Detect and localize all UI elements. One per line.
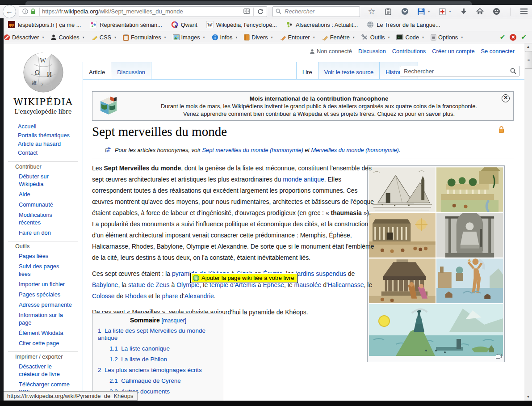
- sidebar-item-hasard[interactable]: Article au hasard: [18, 140, 83, 148]
- sidebar-item-accueil[interactable]: Accueil: [18, 122, 83, 131]
- feedback-smiley-icon[interactable]: [491, 6, 502, 17]
- personal-login-link[interactable]: Se connecter: [481, 48, 515, 55]
- wonders-figure[interactable]: [367, 165, 505, 362]
- protection-lock-icon[interactable]: [498, 126, 504, 135]
- book-creator-tooltip-inner[interactable]: + Ajouter la page wiki liée à votre livr…: [192, 274, 297, 282]
- sidebar-item-debuter[interactable]: Débuter sur Wikipédia: [19, 173, 72, 188]
- save-dropdown-caret[interactable]: ▾: [427, 9, 431, 13]
- page-scrollbar[interactable]: ▲ ≡ ▼: [524, 43, 532, 401]
- wonder-pyramide-image[interactable]: [369, 167, 436, 212]
- devbar-cookies[interactable]: Cookies▾: [50, 34, 85, 41]
- tab-article[interactable]: Article: [83, 62, 111, 79]
- sidebar-item-pages-liees[interactable]: Pages liées: [19, 252, 72, 260]
- devbar-misc[interactable]: Divers▾: [244, 34, 274, 41]
- scroll-thumb[interactable]: ≡: [525, 51, 532, 69]
- personal-contributions-link[interactable]: Contributions: [392, 48, 426, 55]
- toc-item-1[interactable]: 1 La liste des sept Merveilles du monde …: [98, 327, 218, 342]
- wonder-phare-image[interactable]: [369, 304, 503, 356]
- home-icon[interactable]: [475, 6, 486, 17]
- link-phare[interactable]: phare: [162, 292, 178, 300]
- reader-mode-icon[interactable]: [242, 6, 251, 17]
- toc-item-2-1[interactable]: 2.1 Callimaque de Cyrène: [109, 377, 218, 385]
- link-monde-antique[interactable]: monde antique: [283, 176, 324, 183]
- sidebar-item-modifications[interactable]: Modifications récentes: [19, 211, 72, 226]
- devbar-images[interactable]: Images▾: [173, 34, 206, 41]
- tab-discussion[interactable]: Discussion: [111, 62, 151, 79]
- sidebar-item-createur-livre[interactable]: Désactiver le créateur de livre: [19, 363, 72, 378]
- scroll-up-arrow[interactable]: ▲: [524, 43, 532, 51]
- toc-item-1-2[interactable]: 1.2 La liste de Philon: [109, 356, 218, 363]
- wonder-temple-image[interactable]: [369, 213, 436, 258]
- bookmarks-menu-icon[interactable]: [383, 6, 394, 17]
- devbar-tools[interactable]: Outils▾: [361, 34, 391, 41]
- browser-search-input[interactable]: [284, 8, 357, 15]
- reload-icon[interactable]: [256, 6, 265, 17]
- wiki-search-input[interactable]: [403, 68, 510, 75]
- browser-tab-strip[interactable]: [25, 1, 472, 5]
- link-halicarnasse[interactable]: Halicarnasse: [328, 281, 364, 288]
- banner-close-icon[interactable]: ✕: [502, 94, 510, 102]
- sidebar-item-aide[interactable]: Aide: [19, 190, 72, 198]
- sidebar-item-portails[interactable]: Portails thématiques: [18, 131, 83, 140]
- url-bar[interactable]: https://fr.wikipedia.org/wiki/Sept_merve…: [19, 6, 267, 17]
- devbar-window[interactable]: Fenêtre▾: [322, 34, 356, 41]
- enlarge-icon[interactable]: [496, 352, 502, 360]
- link-jardins-suspendus[interactable]: jardins suspendus: [296, 270, 346, 277]
- sidebar-item-permanente[interactable]: Adresse permanente: [19, 301, 72, 309]
- sitenotice-banner[interactable]: Mois international de la contribution fr…: [92, 91, 514, 121]
- wiki-search-box[interactable]: [400, 66, 519, 76]
- devbar-outline[interactable]: Entourer▾: [280, 34, 316, 41]
- link-mausolee[interactable]: mausolée: [294, 281, 322, 288]
- scroll-down-arrow[interactable]: ▼: [524, 393, 532, 401]
- menu-hamburger-icon[interactable]: [519, 6, 529, 17]
- toc-item-1-1[interactable]: 1.1 La liste canonique: [109, 345, 218, 352]
- hatnote-link-2[interactable]: Merveilles du monde (homonymie): [311, 147, 399, 153]
- personal-discussion-link[interactable]: Discussion: [358, 48, 386, 55]
- wonder-zeus-image[interactable]: [436, 213, 503, 258]
- save-floppy-icon[interactable]: [416, 6, 427, 17]
- link-babylone[interactable]: Babylone: [92, 281, 118, 288]
- devbar-options[interactable]: Options▾: [431, 34, 464, 41]
- sidebar-item-wikidata[interactable]: Élément Wikidata: [19, 329, 72, 337]
- bookmark-representation[interactable]: Représentation séman...: [90, 21, 162, 28]
- bookmark-star-icon[interactable]: ☆: [366, 6, 377, 17]
- sidebar-item-speciales[interactable]: Pages spéciales: [19, 291, 72, 298]
- bookmark-alsacreations[interactable]: Alsacréations : Actualit...: [286, 21, 358, 28]
- bookmark-tresor-langue[interactable]: Le Trésor de la Langue...: [367, 21, 440, 28]
- check-icon-2[interactable]: ✔: [521, 33, 527, 41]
- sitenotice-line2[interactable]: Venez apprendre comment bien contribuer …: [125, 110, 513, 118]
- devbar-infos[interactable]: Infos▾: [212, 34, 239, 41]
- devbar-code[interactable]: >_ Code▾: [396, 34, 425, 41]
- tab-voir-source[interactable]: Voir le texte source: [318, 62, 380, 79]
- bookmark-qwant[interactable]: Qwant: [171, 21, 197, 28]
- sidebar-item-citer[interactable]: Citer cette page: [19, 339, 72, 347]
- toc-item-2[interactable]: 2 Les plus anciens témoignages écrits: [98, 367, 218, 374]
- sidebar-item-information[interactable]: Information sur la page: [19, 311, 72, 326]
- bookmark-lespetitspois[interactable]: lpp lespetitspois.fr | ça me ...: [8, 21, 81, 28]
- downloads-icon[interactable]: [458, 6, 469, 17]
- hatnote-link-1[interactable]: Sept merveilles du monde (homonymie): [202, 147, 303, 153]
- page-info-icon[interactable]: [21, 6, 29, 17]
- sidebar-item-suivi[interactable]: Suivi des pages liées: [19, 262, 72, 278]
- abduction-button-group[interactable]: ▾: [437, 6, 452, 17]
- link-rhodes[interactable]: Rhodes: [125, 292, 147, 300]
- link-colosse[interactable]: Colosse: [92, 292, 115, 300]
- back-button[interactable]: ←: [3, 5, 16, 18]
- tab-lire[interactable]: Lire: [296, 62, 318, 79]
- save-button-group[interactable]: ▾: [416, 6, 431, 17]
- wonder-jardins-image[interactable]: [436, 167, 503, 212]
- wikipedia-logo[interactable]: W Ω И 7 維 WIKIPÉDIA L'encyclopédie libre: [4, 50, 83, 115]
- wonder-mausolee-image[interactable]: [369, 258, 436, 303]
- sidebar-item-contact[interactable]: Contact: [18, 148, 83, 157]
- error-cross-icon[interactable]: ✕: [510, 34, 516, 41]
- link-statue-zeus[interactable]: statue de Zeus: [128, 281, 170, 288]
- wonder-colosse-image[interactable]: [436, 258, 503, 303]
- sidebar-item-don[interactable]: Faire un don: [19, 229, 72, 237]
- personal-create-account-link[interactable]: Créer un compte: [432, 48, 474, 55]
- link-alexandrie[interactable]: Alexandrie: [184, 292, 214, 300]
- sidebar-item-communaute[interactable]: Communauté: [19, 201, 72, 208]
- devbar-disable[interactable]: Désactiver▾: [4, 34, 45, 41]
- url-text[interactable]: https://fr.wikipedia.org/wiki/Sept_merve…: [42, 8, 242, 15]
- check-icon-1[interactable]: ✔: [500, 33, 506, 41]
- sidebar-item-importer[interactable]: Importer un fichier: [19, 280, 72, 288]
